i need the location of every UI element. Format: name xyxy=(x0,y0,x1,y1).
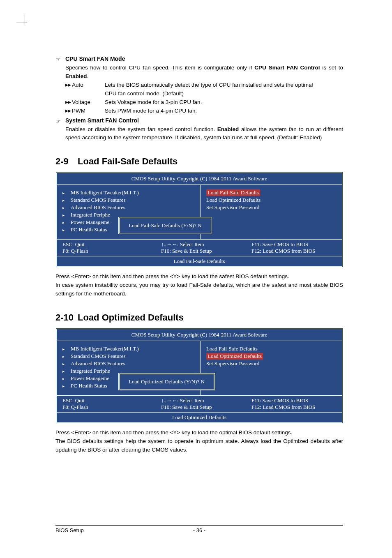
tri-icon: ▸ xyxy=(62,354,71,359)
option-desc: Lets the BIOS automatically detect the t… xyxy=(105,81,343,90)
section-2-10: 2-10Load Optimized Defaults xyxy=(55,312,343,323)
bios-dialog: Load Fail-Safe Defaults (Y/N)? N xyxy=(118,217,212,234)
item-cpu-fan-mode: ☞ CPU Smart FAN Mode Specifies how to co… xyxy=(55,55,343,115)
tri-icon: ▸ xyxy=(62,205,71,210)
tri-icon: ▸ xyxy=(62,369,71,374)
text-line: In case system instability occurs, you m… xyxy=(55,281,343,298)
option-label: PWM xyxy=(72,107,105,115)
bios-footer-item: F12: Load CMOS from BIOS xyxy=(251,404,336,410)
bios-item: Standard CMOS Features xyxy=(71,353,126,360)
hand-icon: ☞ xyxy=(55,117,65,125)
item-title: CPU Smart FAN Mode xyxy=(65,55,343,62)
bios-title: CMOS Setup Utility-Copyright (C) 1984-20… xyxy=(57,173,342,185)
text-bold: CPU Smart FAN Control xyxy=(254,65,320,71)
bios-item: Set Supervisor Password xyxy=(206,204,259,211)
arrow-icon: ▸▸ xyxy=(65,98,72,107)
bios-item: Integrated Periphe xyxy=(71,212,110,218)
footer-page-number: - 36 - xyxy=(151,527,247,533)
tri-icon: ▸ xyxy=(62,384,71,388)
bios-item: MB Intelligent Tweaker(M.I.T.) xyxy=(71,346,139,352)
bios-item-selected: Load Optimized Defaults xyxy=(206,353,263,360)
bios-footer-item: F10: Save & Exit Setup xyxy=(161,404,251,410)
footer-left: BIOS Setup xyxy=(55,527,151,533)
section-heading: Load Fail-Safe Defaults xyxy=(78,156,178,166)
bios-item: Load Fail-Safe Defaults xyxy=(206,346,258,352)
option-desc: CPU fan control mode. (Default) xyxy=(105,90,343,98)
text: . xyxy=(87,73,89,79)
text-bold: Enabled xyxy=(65,73,87,79)
bios-right-col: Load Fail-Safe Defaults Load Optimized D… xyxy=(201,185,342,239)
bios-footer-item: ↑↓→←: Select Item xyxy=(161,397,251,404)
tri-icon: ▸ xyxy=(62,228,71,232)
tri-icon: ▸ xyxy=(62,347,71,351)
section-heading: Load Optimized Defaults xyxy=(78,312,184,323)
tri-icon: ▸ xyxy=(62,362,71,366)
tri-icon: ▸ xyxy=(62,220,71,225)
bios-dialog: Load Optimized Defaults (Y/N)? N xyxy=(118,373,215,390)
bios-right-col: Load Fail-Safe Defaults Load Optimized D… xyxy=(201,341,342,395)
option-row: ▸▸ Auto Lets the BIOS automatically dete… xyxy=(65,81,343,90)
section-number: 2-9 xyxy=(55,156,78,167)
tri-icon: ▸ xyxy=(62,213,71,217)
bios-footer-item: F12: Load CMOS from BIOS xyxy=(251,248,336,254)
text-line: Press <Enter> on this item and then pres… xyxy=(55,429,343,437)
item-system-fan: ☞ System Smart FAN Control Enables or di… xyxy=(55,117,343,143)
tri-icon: ▸ xyxy=(62,376,71,381)
tri-icon: ▸ xyxy=(62,198,71,203)
option-desc: Sets Voltage mode for a 3-pin CPU fan. xyxy=(105,98,343,107)
option-row: ▸▸ PWM Sets PWM mode for a 4-pin CPU fan… xyxy=(65,107,343,115)
bios-item: Load Optimized Defaults xyxy=(206,197,261,203)
text: Enables or disables the system fan speed… xyxy=(65,126,217,132)
bios-item: MB Intelligent Tweaker(M.I.T.) xyxy=(71,189,139,196)
bios-item: PC Health Status xyxy=(71,383,107,389)
bios-item: Integrated Periphe xyxy=(71,368,110,374)
post-text-210: Press <Enter> on this item and then pres… xyxy=(55,429,343,454)
arrow-icon: ▸▸ xyxy=(65,81,72,90)
bios-item: Advanced BIOS Features xyxy=(71,204,125,211)
text: Specifies how to control CPU fan speed. … xyxy=(65,65,254,71)
bios-title: CMOS Setup Utility-Copyright (C) 1984-20… xyxy=(57,329,342,341)
bios-footer-item: ESC: Quit xyxy=(62,397,161,404)
text: is set to xyxy=(320,65,343,71)
bios-item: PC Health Status xyxy=(71,226,107,233)
option-desc: Sets PWM mode for a 4-pin CPU fan. xyxy=(105,107,343,115)
bios-item: Power Manageme xyxy=(71,219,109,226)
item-desc: Enables or disables the system fan speed… xyxy=(65,125,343,143)
bios-footer-item: F8: Q-Flash xyxy=(62,404,161,410)
page-footer: BIOS Setup - 36 - xyxy=(55,525,343,533)
arrow-icon: ▸▸ xyxy=(65,107,72,115)
bios-item: Power Manageme xyxy=(71,375,109,382)
item-desc: Specifies how to control CPU fan speed. … xyxy=(65,64,343,81)
bios-item: Advanced BIOS Features xyxy=(71,360,125,367)
option-row: ▸▸ Voltage Sets Voltage mode for a 3-pin… xyxy=(65,98,343,107)
option-label: Auto xyxy=(72,81,105,90)
bios-footer-item: F11: Save CMOS to BIOS xyxy=(251,397,336,404)
bios-item-selected: Load Fail-Safe Defaults xyxy=(206,189,260,196)
bios-footer-item: ↑↓→←: Select Item xyxy=(161,241,251,248)
bios-footer-item: F11: Save CMOS to BIOS xyxy=(251,241,336,248)
option-row-cont: CPU fan control mode. (Default) xyxy=(65,90,343,98)
bios-footer-item: F10: Save & Exit Setup xyxy=(161,248,251,254)
option-label: Voltage xyxy=(72,98,105,107)
bios-item: Standard CMOS Features xyxy=(71,197,126,203)
text-line: Press <Enter> on this item and then pres… xyxy=(55,272,343,281)
bios-help-text: Load Fail-Safe Defaults xyxy=(57,256,342,266)
section-2-9: 2-9Load Fail-Safe Defaults xyxy=(55,156,343,167)
bios-footer-item: ESC: Quit xyxy=(62,241,161,248)
bios-help-text: Load Optimized Defaults xyxy=(57,412,342,422)
post-text-29: Press <Enter> on this item and then pres… xyxy=(55,272,343,298)
hand-icon: ☞ xyxy=(55,55,65,63)
text-line: The BIOS defaults settings help the syst… xyxy=(55,437,343,454)
bios-item: Set Supervisor Password xyxy=(206,360,259,367)
bios-screenshot-29: CMOS Setup Utility-Copyright (C) 1984-20… xyxy=(55,172,343,267)
bios-footer-item: F8: Q-Flash xyxy=(62,248,161,254)
item-title: System Smart FAN Control xyxy=(65,117,343,124)
section-number: 2-10 xyxy=(55,312,78,323)
text-bold: Enabled xyxy=(217,126,239,132)
bios-screenshot-210: CMOS Setup Utility-Copyright (C) 1984-20… xyxy=(55,328,343,424)
tri-icon: ▸ xyxy=(62,191,71,195)
